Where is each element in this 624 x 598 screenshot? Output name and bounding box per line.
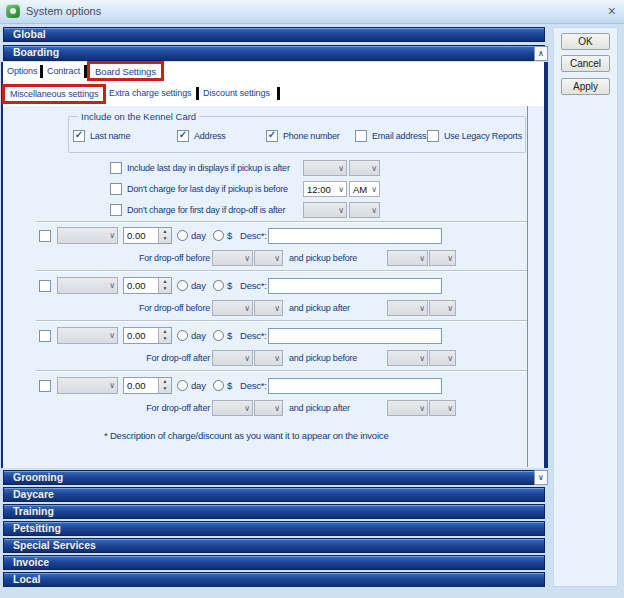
charge-rule-4-pickup-ampm-dropdown[interactable]: ∨ — [429, 400, 456, 416]
charge-rule-1-pickup-ampm-dropdown[interactable]: ∨ — [429, 250, 456, 266]
section-global[interactable]: Global — [3, 27, 545, 42]
close-icon[interactable]: × — [608, 2, 616, 20]
right-rail — [544, 62, 548, 468]
subtab-extra-charge-settings[interactable]: Extra charge settings — [109, 88, 191, 98]
legacy-reports-checkbox[interactable] — [427, 130, 439, 142]
charge-rule-2-dropoff-time-dropdown[interactable]: ∨ — [212, 300, 253, 316]
charge-rule-4-dollar-label: $ — [227, 380, 232, 391]
no-charge-first-day-time-dropdown[interactable]: ∨ — [303, 202, 347, 218]
charge-rule-2-day-radio[interactable] — [177, 280, 188, 291]
charge-rule-1-checkbox[interactable] — [39, 230, 51, 242]
spinner-buttons[interactable]: ▲▼ — [158, 328, 171, 343]
subtab-discount-settings[interactable]: Discount settings — [203, 88, 270, 98]
ok-button[interactable]: OK — [561, 33, 610, 50]
charge-rule-1-desc-input[interactable] — [268, 228, 442, 244]
apply-button[interactable]: Apply — [561, 78, 610, 95]
charge-rule-1-dropoff-time-dropdown[interactable]: ∨ — [212, 250, 253, 266]
no-charge-last-day-checkbox[interactable] — [110, 183, 122, 195]
charge-rule-3-dropoff-time-dropdown[interactable]: ∨ — [212, 350, 253, 366]
charge-rule-1-pickup-time-dropdown[interactable]: ∨ — [387, 250, 428, 266]
spinner-buttons[interactable]: ▲▼ — [158, 378, 171, 393]
section-boarding[interactable]: Boarding — [3, 45, 545, 61]
section-special-services[interactable]: Special Services — [3, 538, 545, 553]
section-global-label: Global — [13, 28, 46, 40]
window-title: System options — [26, 5, 101, 17]
charge-rule-4-checkbox[interactable] — [39, 380, 51, 392]
app-icon — [6, 4, 20, 18]
charge-rule-2-checkbox[interactable] — [39, 280, 51, 292]
charge-rule-1-amount-spinner[interactable]: 0.00 ▲▼ — [123, 227, 172, 244]
section-grooming-label: Grooming — [13, 471, 63, 483]
kennel-card-title: Include on the Kennel Card — [78, 111, 199, 122]
section-grooming[interactable]: Grooming — [3, 470, 545, 485]
phone-label: Phone number — [283, 131, 340, 141]
no-charge-first-day-checkbox[interactable] — [110, 204, 122, 216]
scroll-up-button[interactable]: ∧ — [534, 46, 548, 61]
divider — [36, 221, 527, 222]
no-charge-last-day-ampm-dropdown[interactable]: AM ∨ — [349, 181, 380, 197]
charge-rule-3-checkbox[interactable] — [39, 330, 51, 342]
tab-options[interactable]: Options — [7, 66, 37, 76]
charge-rule-4-dropoff-ampm-dropdown[interactable]: ∨ — [254, 400, 283, 416]
tab-separator — [40, 65, 43, 78]
charge-rule-3-amount-spinner[interactable]: 0.00 ▲▼ — [123, 327, 172, 344]
tab-contract[interactable]: Contract — [47, 66, 80, 76]
include-last-day-time-dropdown[interactable]: ∨ — [303, 160, 347, 176]
address-checkbox[interactable]: ✓ — [177, 130, 189, 142]
no-charge-last-day-time-dropdown[interactable]: 12:00 ∨ — [303, 181, 347, 197]
section-petsitting[interactable]: Petsitting — [3, 521, 545, 536]
spinner-down-icon: ▼ — [159, 285, 171, 292]
scroll-down-button[interactable]: ∨ — [534, 470, 548, 485]
spinner-up-icon: ▲ — [159, 228, 171, 235]
no-charge-first-day-ampm-dropdown[interactable]: ∨ — [349, 202, 380, 218]
charge-rule-1-dollar-radio[interactable] — [213, 230, 224, 241]
chevron-down-icon: ∨ — [419, 403, 425, 414]
phone-checkbox[interactable]: ✓ — [266, 130, 278, 142]
charge-rule-2-dropoff-ampm-dropdown[interactable]: ∨ — [254, 300, 283, 316]
charge-rule-2-amount-spinner[interactable]: 0.00 ▲▼ — [123, 277, 172, 294]
include-last-day-ampm-dropdown[interactable]: ∨ — [349, 160, 380, 176]
charge-rule-2-pickup-ampm-dropdown[interactable]: ∨ — [429, 300, 456, 316]
charge-rule-2-pickup-time-dropdown[interactable]: ∨ — [387, 300, 428, 316]
charge-rule-2-type-dropdown[interactable]: ∨ — [57, 277, 118, 294]
email-checkbox[interactable] — [355, 130, 367, 142]
charge-rule-3-pickup-ampm-dropdown[interactable]: ∨ — [429, 350, 456, 366]
spinner-buttons[interactable]: ▲▼ — [158, 228, 171, 243]
section-invoice[interactable]: Invoice — [3, 555, 545, 570]
charge-rule-4-dropoff-time-dropdown[interactable]: ∨ — [212, 400, 253, 416]
charge-rule-3-dollar-radio[interactable] — [213, 330, 224, 341]
include-last-day-checkbox[interactable] — [110, 162, 122, 174]
charge-rule-3-dropoff-ampm-dropdown[interactable]: ∨ — [254, 350, 283, 366]
charge-rule-3-day-radio[interactable] — [177, 330, 188, 341]
charge-rule-2-dollar-radio[interactable] — [213, 280, 224, 291]
section-training[interactable]: Training — [3, 504, 545, 519]
charge-rule-4-day-label: day — [191, 380, 206, 391]
section-local[interactable]: Local — [3, 572, 545, 587]
charge-rule-4-pickup-time-dropdown[interactable]: ∨ — [387, 400, 428, 416]
charge-rule-4-type-dropdown[interactable]: ∨ — [57, 377, 118, 394]
charge-rule-4-day-radio[interactable] — [177, 380, 188, 391]
cancel-button[interactable]: Cancel — [561, 55, 610, 72]
charge-rule-4-desc-input[interactable] — [268, 378, 442, 394]
subtab-miscellaneous-settings[interactable]: Miscellaneous settings — [2, 84, 106, 104]
charge-rule-2-desc-input[interactable] — [268, 278, 442, 294]
charge-rule-4-dollar-radio[interactable] — [213, 380, 224, 391]
charge-rule-4-amount-spinner[interactable]: 0.00 ▲▼ — [123, 377, 172, 394]
lastname-checkbox[interactable]: ✓ — [73, 130, 85, 142]
tab-board-settings[interactable]: Board Settings — [87, 61, 164, 81]
spinner-buttons[interactable]: ▲▼ — [158, 278, 171, 293]
no-charge-last-day-label: Don't charge for last day if pickup is b… — [127, 184, 288, 194]
section-daycare[interactable]: Daycare — [3, 487, 545, 502]
charge-rule-2-pickup-label: and pickup after — [289, 303, 350, 313]
chevron-down-icon: ∨ — [371, 205, 377, 216]
charge-rule-1-day-radio[interactable] — [177, 230, 188, 241]
charge-rule-3-pickup-time-dropdown[interactable]: ∨ — [387, 350, 428, 366]
check-icon: ✓ — [178, 130, 188, 140]
chevron-down-icon: ∨ — [371, 184, 377, 195]
charge-rule-1-type-dropdown[interactable]: ∨ — [57, 227, 118, 244]
include-last-day-label: Include last day in displays if pickup i… — [127, 163, 290, 173]
charge-rule-1-dropoff-ampm-dropdown[interactable]: ∨ — [254, 250, 283, 266]
section-daycare-label: Daycare — [13, 488, 54, 500]
charge-rule-3-type-dropdown[interactable]: ∨ — [57, 327, 118, 344]
charge-rule-3-desc-input[interactable] — [268, 328, 442, 344]
